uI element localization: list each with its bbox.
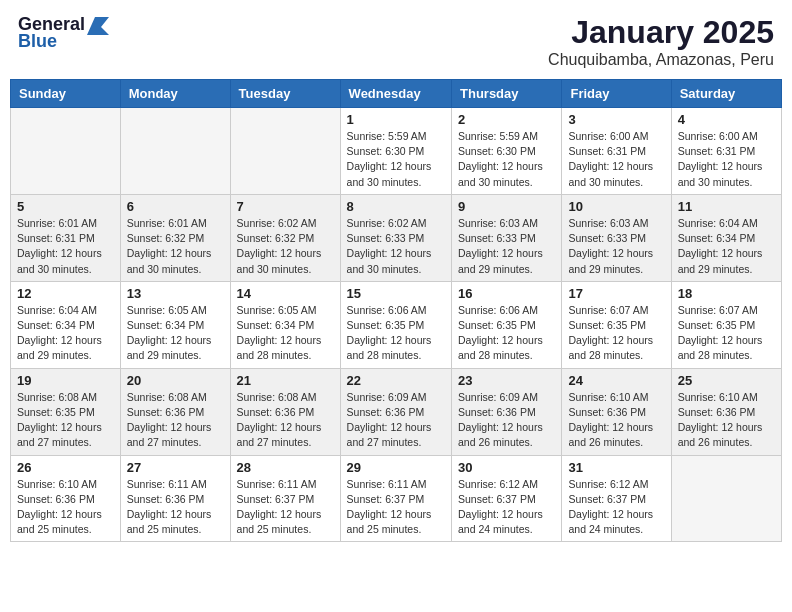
- calendar-cell: 24Sunrise: 6:10 AM Sunset: 6:36 PM Dayli…: [562, 368, 671, 455]
- day-number: 13: [127, 286, 224, 301]
- day-detail: Sunrise: 6:11 AM Sunset: 6:36 PM Dayligh…: [127, 477, 224, 538]
- logo: General Blue: [18, 14, 109, 52]
- calendar-cell: 12Sunrise: 6:04 AM Sunset: 6:34 PM Dayli…: [11, 281, 121, 368]
- day-number: 21: [237, 373, 334, 388]
- day-number: 24: [568, 373, 664, 388]
- day-detail: Sunrise: 5:59 AM Sunset: 6:30 PM Dayligh…: [458, 129, 555, 190]
- calendar-cell: 18Sunrise: 6:07 AM Sunset: 6:35 PM Dayli…: [671, 281, 781, 368]
- day-detail: Sunrise: 6:09 AM Sunset: 6:36 PM Dayligh…: [458, 390, 555, 451]
- day-number: 22: [347, 373, 445, 388]
- day-number: 28: [237, 460, 334, 475]
- calendar-cell: 4Sunrise: 6:00 AM Sunset: 6:31 PM Daylig…: [671, 108, 781, 195]
- day-number: 12: [17, 286, 114, 301]
- day-detail: Sunrise: 6:06 AM Sunset: 6:35 PM Dayligh…: [347, 303, 445, 364]
- calendar-cell: [671, 455, 781, 542]
- day-detail: Sunrise: 6:05 AM Sunset: 6:34 PM Dayligh…: [237, 303, 334, 364]
- calendar-week-row: 26Sunrise: 6:10 AM Sunset: 6:36 PM Dayli…: [11, 455, 782, 542]
- day-number: 29: [347, 460, 445, 475]
- calendar-cell: 28Sunrise: 6:11 AM Sunset: 6:37 PM Dayli…: [230, 455, 340, 542]
- calendar-cell: 27Sunrise: 6:11 AM Sunset: 6:36 PM Dayli…: [120, 455, 230, 542]
- day-detail: Sunrise: 6:08 AM Sunset: 6:36 PM Dayligh…: [237, 390, 334, 451]
- calendar-week-row: 19Sunrise: 6:08 AM Sunset: 6:35 PM Dayli…: [11, 368, 782, 455]
- day-detail: Sunrise: 6:01 AM Sunset: 6:31 PM Dayligh…: [17, 216, 114, 277]
- svg-marker-0: [87, 17, 109, 35]
- day-detail: Sunrise: 6:02 AM Sunset: 6:33 PM Dayligh…: [347, 216, 445, 277]
- day-detail: Sunrise: 6:12 AM Sunset: 6:37 PM Dayligh…: [458, 477, 555, 538]
- day-detail: Sunrise: 6:12 AM Sunset: 6:37 PM Dayligh…: [568, 477, 664, 538]
- calendar-cell: 16Sunrise: 6:06 AM Sunset: 6:35 PM Dayli…: [452, 281, 562, 368]
- calendar-cell: 15Sunrise: 6:06 AM Sunset: 6:35 PM Dayli…: [340, 281, 451, 368]
- day-number: 17: [568, 286, 664, 301]
- weekday-header-monday: Monday: [120, 80, 230, 108]
- day-detail: Sunrise: 6:10 AM Sunset: 6:36 PM Dayligh…: [678, 390, 775, 451]
- weekday-header-thursday: Thursday: [452, 80, 562, 108]
- day-number: 9: [458, 199, 555, 214]
- calendar-week-row: 5Sunrise: 6:01 AM Sunset: 6:31 PM Daylig…: [11, 194, 782, 281]
- calendar-cell: 25Sunrise: 6:10 AM Sunset: 6:36 PM Dayli…: [671, 368, 781, 455]
- day-number: 3: [568, 112, 664, 127]
- calendar-cell: [120, 108, 230, 195]
- weekday-header-friday: Friday: [562, 80, 671, 108]
- calendar-cell: 26Sunrise: 6:10 AM Sunset: 6:36 PM Dayli…: [11, 455, 121, 542]
- calendar-cell: [11, 108, 121, 195]
- day-number: 20: [127, 373, 224, 388]
- day-number: 15: [347, 286, 445, 301]
- day-number: 19: [17, 373, 114, 388]
- calendar-cell: 23Sunrise: 6:09 AM Sunset: 6:36 PM Dayli…: [452, 368, 562, 455]
- day-number: 5: [17, 199, 114, 214]
- calendar-cell: 2Sunrise: 5:59 AM Sunset: 6:30 PM Daylig…: [452, 108, 562, 195]
- day-detail: Sunrise: 6:04 AM Sunset: 6:34 PM Dayligh…: [678, 216, 775, 277]
- day-detail: Sunrise: 6:03 AM Sunset: 6:33 PM Dayligh…: [568, 216, 664, 277]
- day-detail: Sunrise: 6:10 AM Sunset: 6:36 PM Dayligh…: [17, 477, 114, 538]
- day-number: 10: [568, 199, 664, 214]
- weekday-header-wednesday: Wednesday: [340, 80, 451, 108]
- day-detail: Sunrise: 6:11 AM Sunset: 6:37 PM Dayligh…: [347, 477, 445, 538]
- calendar-cell: 29Sunrise: 6:11 AM Sunset: 6:37 PM Dayli…: [340, 455, 451, 542]
- day-number: 1: [347, 112, 445, 127]
- calendar-cell: 14Sunrise: 6:05 AM Sunset: 6:34 PM Dayli…: [230, 281, 340, 368]
- weekday-header-sunday: Sunday: [11, 80, 121, 108]
- calendar-cell: 13Sunrise: 6:05 AM Sunset: 6:34 PM Dayli…: [120, 281, 230, 368]
- day-number: 16: [458, 286, 555, 301]
- month-title: January 2025: [548, 14, 774, 51]
- calendar-cell: 7Sunrise: 6:02 AM Sunset: 6:32 PM Daylig…: [230, 194, 340, 281]
- day-number: 23: [458, 373, 555, 388]
- calendar-cell: 9Sunrise: 6:03 AM Sunset: 6:33 PM Daylig…: [452, 194, 562, 281]
- day-detail: Sunrise: 6:11 AM Sunset: 6:37 PM Dayligh…: [237, 477, 334, 538]
- day-detail: Sunrise: 6:02 AM Sunset: 6:32 PM Dayligh…: [237, 216, 334, 277]
- calendar-cell: 3Sunrise: 6:00 AM Sunset: 6:31 PM Daylig…: [562, 108, 671, 195]
- day-detail: Sunrise: 6:09 AM Sunset: 6:36 PM Dayligh…: [347, 390, 445, 451]
- day-detail: Sunrise: 6:04 AM Sunset: 6:34 PM Dayligh…: [17, 303, 114, 364]
- day-detail: Sunrise: 5:59 AM Sunset: 6:30 PM Dayligh…: [347, 129, 445, 190]
- calendar-cell: 20Sunrise: 6:08 AM Sunset: 6:36 PM Dayli…: [120, 368, 230, 455]
- day-detail: Sunrise: 6:00 AM Sunset: 6:31 PM Dayligh…: [678, 129, 775, 190]
- day-number: 7: [237, 199, 334, 214]
- logo-blue: Blue: [18, 31, 57, 52]
- day-number: 6: [127, 199, 224, 214]
- calendar-cell: 31Sunrise: 6:12 AM Sunset: 6:37 PM Dayli…: [562, 455, 671, 542]
- calendar-cell: 8Sunrise: 6:02 AM Sunset: 6:33 PM Daylig…: [340, 194, 451, 281]
- calendar-cell: 1Sunrise: 5:59 AM Sunset: 6:30 PM Daylig…: [340, 108, 451, 195]
- day-detail: Sunrise: 6:08 AM Sunset: 6:35 PM Dayligh…: [17, 390, 114, 451]
- day-detail: Sunrise: 6:01 AM Sunset: 6:32 PM Dayligh…: [127, 216, 224, 277]
- day-detail: Sunrise: 6:07 AM Sunset: 6:35 PM Dayligh…: [678, 303, 775, 364]
- weekday-header-saturday: Saturday: [671, 80, 781, 108]
- day-number: 25: [678, 373, 775, 388]
- day-number: 18: [678, 286, 775, 301]
- weekday-header-row: SundayMondayTuesdayWednesdayThursdayFrid…: [11, 80, 782, 108]
- day-number: 2: [458, 112, 555, 127]
- calendar-cell: 17Sunrise: 6:07 AM Sunset: 6:35 PM Dayli…: [562, 281, 671, 368]
- day-detail: Sunrise: 6:07 AM Sunset: 6:35 PM Dayligh…: [568, 303, 664, 364]
- day-detail: Sunrise: 6:00 AM Sunset: 6:31 PM Dayligh…: [568, 129, 664, 190]
- calendar-cell: 22Sunrise: 6:09 AM Sunset: 6:36 PM Dayli…: [340, 368, 451, 455]
- day-number: 11: [678, 199, 775, 214]
- day-number: 14: [237, 286, 334, 301]
- calendar-cell: 10Sunrise: 6:03 AM Sunset: 6:33 PM Dayli…: [562, 194, 671, 281]
- calendar-cell: 5Sunrise: 6:01 AM Sunset: 6:31 PM Daylig…: [11, 194, 121, 281]
- day-number: 27: [127, 460, 224, 475]
- calendar-cell: 30Sunrise: 6:12 AM Sunset: 6:37 PM Dayli…: [452, 455, 562, 542]
- day-number: 8: [347, 199, 445, 214]
- location-subtitle: Chuquibamba, Amazonas, Peru: [548, 51, 774, 69]
- day-number: 30: [458, 460, 555, 475]
- weekday-header-tuesday: Tuesday: [230, 80, 340, 108]
